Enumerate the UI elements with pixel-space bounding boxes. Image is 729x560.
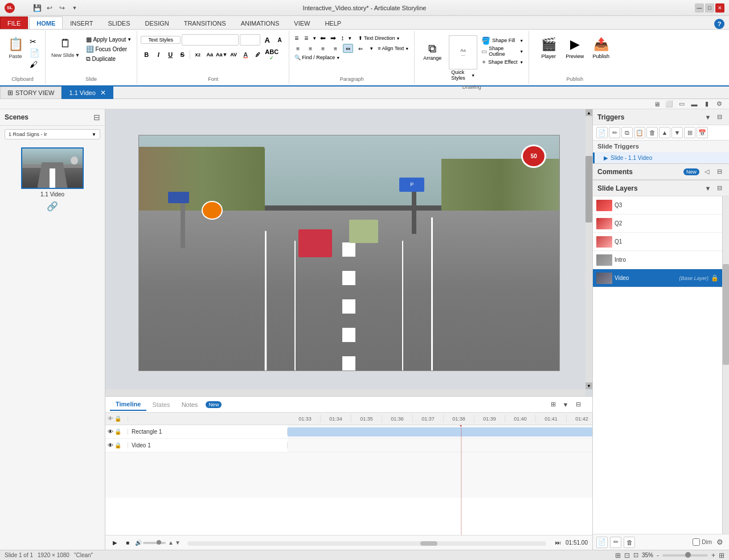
tl-stop-btn[interactable]: ■ — [122, 538, 133, 548]
align-center-btn[interactable]: ≡ — [305, 44, 316, 53]
copy-button[interactable]: 📄 — [28, 48, 41, 58]
line-spacing-btn[interactable]: ↕ — [339, 34, 345, 43]
underline-btn[interactable]: U — [165, 49, 176, 60]
align-right-btn[interactable]: ≡ — [318, 44, 328, 53]
slide-canvas[interactable]: 50 P ▲ ▼ — [105, 109, 592, 396]
tl-eye-rect-btn[interactable]: 👁 — [108, 429, 113, 435]
comments-collapse-btn[interactable]: ⊟ — [714, 167, 724, 177]
save-qa-btn[interactable]: 💾 — [32, 3, 42, 13]
phone-landscape-icon[interactable]: ▬ — [689, 100, 699, 108]
delete-layer-btn[interactable]: 🗑 — [624, 537, 635, 548]
slide-1-thumb[interactable] — [21, 147, 84, 189]
indent-decrease-btn[interactable]: ⬅ — [319, 34, 327, 43]
trigger-item-slide-video[interactable]: ▶ Slide - 1.1 Video — [593, 153, 729, 163]
states-tab[interactable]: States — [146, 399, 175, 410]
zoom-slider[interactable] — [662, 554, 708, 557]
slide-tab-close[interactable]: ✕ — [100, 89, 106, 97]
spellcheck-btn[interactable]: ABC ✓ — [264, 47, 280, 63]
text-direction-btn[interactable]: ⬆ Text Direction ▼ — [357, 35, 402, 42]
close-btn[interactable]: ✕ — [715, 3, 724, 13]
list-expand-btn[interactable]: ▼ — [312, 36, 317, 41]
story-view-tab[interactable]: ⊞ STORY VIEW — [0, 87, 62, 99]
tl-end-btn[interactable]: ⏭ — [553, 538, 563, 548]
zoom-plus-btn[interactable]: + — [711, 551, 715, 559]
layers-scrollbar[interactable] — [722, 196, 729, 534]
maximize-btn[interactable]: □ — [705, 3, 714, 13]
layer-q2[interactable]: Q2 — [593, 215, 722, 233]
layer-intro[interactable]: Intro — [593, 251, 722, 269]
tl-speed-btn[interactable]: ▲▼ — [168, 540, 181, 546]
customize-qa-btn[interactable]: ▼ — [69, 3, 80, 13]
strikethrough-btn[interactable]: S — [177, 49, 188, 60]
highlight-color-btn[interactable]: 🖊 — [252, 49, 263, 60]
focus-order-button[interactable]: 🔢 Focus Order — [84, 45, 133, 53]
tl-volume-slider[interactable]: 🔊 — [135, 540, 166, 546]
align-left-btn[interactable]: ≡ — [293, 44, 303, 53]
tab-slides[interactable]: SLIDES — [100, 17, 137, 29]
minimize-btn[interactable]: — — [695, 3, 704, 13]
tab-home[interactable]: HOME — [29, 17, 63, 29]
indent-increase-btn[interactable]: ➡ — [329, 34, 337, 43]
scene-dropdown[interactable]: 1 Road Signs - Ir ▼ — [5, 129, 100, 139]
desktop-icon[interactable]: 🖥 — [652, 100, 662, 108]
grid-icon[interactable]: ⊞ — [615, 551, 621, 559]
subscript-btn[interactable]: x2 — [192, 49, 203, 60]
tablet-portrait-icon[interactable]: ▭ — [677, 100, 687, 108]
fit-screen-btn[interactable]: ⊞ — [719, 551, 724, 559]
trigger-view-btn[interactable]: ⊞ — [684, 127, 695, 138]
copy-trigger-btn[interactable]: ⧉ — [621, 127, 633, 138]
slide-content[interactable]: 50 P — [138, 135, 560, 371]
help-icon-btn[interactable]: ? — [714, 19, 724, 29]
zoom-minus-btn[interactable]: - — [657, 551, 659, 559]
font-spacing-btn[interactable]: AV — [228, 49, 239, 60]
move-up-trigger-btn[interactable]: ▲ — [659, 127, 670, 138]
edit-layer-btn[interactable]: ✏ — [610, 537, 621, 548]
delete-trigger-btn[interactable]: 🗑 — [646, 127, 658, 138]
redo-qa-btn[interactable]: ↪ — [57, 3, 67, 13]
list-number-btn[interactable]: ≡ — [302, 33, 310, 43]
find-replace-btn[interactable]: 🔍 Find / Replace ▼ — [293, 54, 342, 61]
preview-button[interactable]: ▶ Preview — [562, 34, 587, 60]
rulers-icon[interactable]: ⊡ — [624, 551, 630, 559]
apply-layout-button[interactable]: ▦ Apply Layout ▼ — [84, 35, 133, 44]
move-down-trigger-btn[interactable]: ▼ — [671, 127, 683, 138]
para-expand-btn[interactable]: ▼ — [369, 46, 374, 51]
align-justify-btn[interactable]: ≡ — [330, 44, 341, 53]
font-color-btn[interactable]: A — [240, 49, 251, 60]
tl-lock-video-btn[interactable]: 🔒 — [114, 442, 121, 448]
tab-transitions[interactable]: TRANSITIONS — [177, 17, 234, 29]
list-bullet-btn[interactable]: ≡ — [293, 33, 300, 43]
tl-scroll-thumb[interactable] — [420, 541, 437, 546]
rtl-btn[interactable]: ⇐ — [355, 44, 366, 53]
font-case-btn[interactable]: Aa — [204, 49, 215, 60]
timeline-tab[interactable]: Timeline — [110, 398, 146, 411]
decrease-font-size-btn[interactable]: A — [274, 34, 285, 46]
layers-expand-btn[interactable]: ⊟ — [714, 183, 724, 193]
shape-effect-btn[interactable]: ✦ Shape Effect ▼ — [480, 57, 525, 67]
layer-settings-btn[interactable]: ⚙ — [714, 537, 726, 548]
dim-checkbox[interactable]: Dim — [693, 538, 712, 546]
tl-eye-video-btn[interactable]: 👁 — [108, 442, 113, 448]
notes-tab[interactable]: Notes — [176, 399, 204, 410]
quick-styles-button[interactable]: Aa — Quick Styles ▼ — [449, 34, 477, 82]
slide-tab[interactable]: 1.1 Video ✕ — [62, 87, 113, 99]
add-layer-btn[interactable]: 📄 — [596, 537, 608, 548]
paste-button[interactable]: 📋 Paste — [4, 34, 27, 60]
layers-collapse-btn[interactable]: ▼ — [703, 183, 713, 193]
layer-lock-icon[interactable]: 🔒 — [711, 274, 719, 282]
tl-lock-rect-btn[interactable]: 🔒 — [114, 429, 121, 435]
font-name-input[interactable] — [182, 34, 239, 46]
tab-animations[interactable]: ANIMATIONS — [234, 17, 287, 29]
cut-button[interactable]: ✂ — [28, 36, 41, 47]
layer-video-base[interactable]: Video (Base Layer) 🔒 — [593, 269, 722, 287]
publish-button[interactable]: 📤 Publish — [588, 34, 613, 60]
scenes-collapse-btn[interactable]: ⊟ — [93, 113, 100, 122]
tl-expand-btn[interactable]: ▼ — [560, 400, 571, 410]
font-case-btn2[interactable]: Aa▼ — [216, 49, 227, 60]
player-button[interactable]: 🎬 Player — [536, 34, 561, 60]
align-text-btn[interactable]: ≡ Align Text ▼ — [376, 45, 411, 52]
list-expand2-btn[interactable]: ▼ — [347, 36, 352, 41]
fit-btn[interactable]: ⊡ — [633, 551, 638, 559]
bold-btn[interactable]: B — [141, 49, 152, 60]
align-distribute-btn[interactable]: ⇔ — [343, 44, 353, 53]
